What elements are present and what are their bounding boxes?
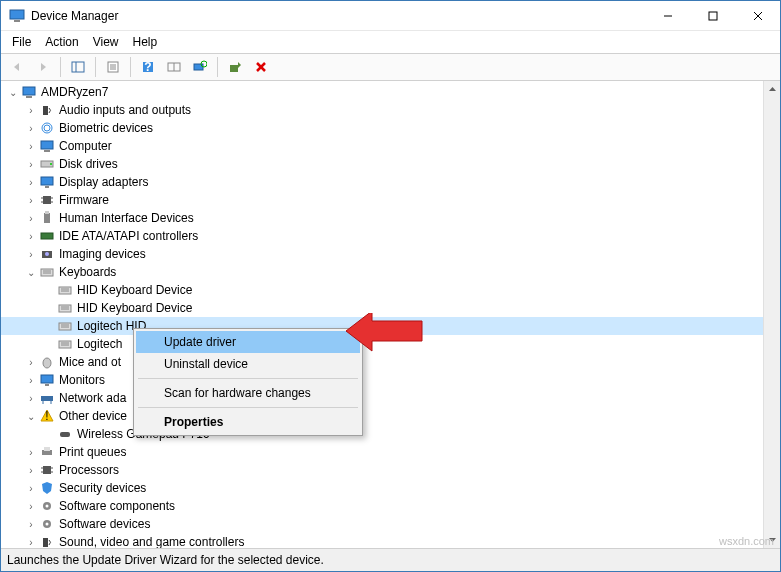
tree-category[interactable]: ›Print queues bbox=[1, 443, 763, 461]
statusbar-text: Launches the Update Driver Wizard for th… bbox=[7, 553, 324, 567]
tree-category[interactable]: ›Processors bbox=[1, 461, 763, 479]
menu-view[interactable]: View bbox=[86, 33, 126, 51]
maximize-button[interactable] bbox=[690, 1, 735, 30]
tree-item-label: Security devices bbox=[59, 481, 146, 495]
ctx-update-driver[interactable]: Update driver bbox=[136, 331, 360, 353]
expand-toggle-icon[interactable]: › bbox=[23, 393, 39, 404]
svg-rect-76 bbox=[43, 538, 48, 547]
properties-button[interactable] bbox=[101, 56, 125, 78]
device-tree[interactable]: ⌄AMDRyzen7›Audio inputs and outputs›Biom… bbox=[1, 81, 763, 548]
expand-toggle-icon[interactable]: ⌄ bbox=[23, 267, 39, 278]
tree-category-other[interactable]: ⌄!Other device bbox=[1, 407, 763, 425]
speaker-icon bbox=[39, 102, 55, 118]
scan-hardware-button[interactable] bbox=[188, 56, 212, 78]
tree-device-keyboard[interactable]: HID Keyboard Device bbox=[1, 299, 763, 317]
tree-category[interactable]: ›Software components bbox=[1, 497, 763, 515]
expand-toggle-icon[interactable]: › bbox=[23, 123, 39, 134]
expand-toggle-icon[interactable]: › bbox=[23, 537, 39, 548]
tree-category[interactable]: ›IDE ATA/ATAPI controllers bbox=[1, 227, 763, 245]
expand-toggle-icon[interactable]: › bbox=[23, 249, 39, 260]
uninstall-button[interactable] bbox=[249, 56, 273, 78]
tree-device-gamepad[interactable]: Wireless Gamepad F710 bbox=[1, 425, 763, 443]
expand-toggle-icon[interactable]: › bbox=[23, 195, 39, 206]
tree-category[interactable]: ›Network ada bbox=[1, 389, 763, 407]
chip-icon bbox=[39, 462, 55, 478]
ctx-scan-hardware[interactable]: Scan for hardware changes bbox=[136, 382, 360, 404]
tree-category[interactable]: ›Sound, video and game controllers bbox=[1, 533, 763, 548]
tree-item-label: Disk drives bbox=[59, 157, 118, 171]
svg-point-57 bbox=[43, 358, 51, 368]
mouse-icon bbox=[39, 354, 55, 370]
svg-text:?: ? bbox=[144, 60, 151, 74]
svg-point-75 bbox=[46, 523, 49, 526]
menu-action[interactable]: Action bbox=[38, 33, 85, 51]
expand-toggle-icon[interactable]: ⌄ bbox=[23, 411, 39, 422]
content-area: ⌄AMDRyzen7›Audio inputs and outputs›Biom… bbox=[1, 81, 780, 549]
expand-toggle-icon[interactable]: › bbox=[23, 357, 39, 368]
help-button[interactable]: ? bbox=[136, 56, 160, 78]
tree-category[interactable]: ›Security devices bbox=[1, 479, 763, 497]
tree-item-label: Firmware bbox=[59, 193, 109, 207]
window-title: Device Manager bbox=[31, 9, 645, 23]
expand-toggle-icon[interactable]: › bbox=[23, 447, 39, 458]
menu-file[interactable]: File bbox=[5, 33, 38, 51]
expand-toggle-icon[interactable]: › bbox=[23, 501, 39, 512]
tree-category[interactable]: ›Software devices bbox=[1, 515, 763, 533]
svg-rect-31 bbox=[45, 186, 49, 188]
show-hide-console-button[interactable] bbox=[66, 56, 90, 78]
expand-toggle-icon[interactable]: › bbox=[23, 177, 39, 188]
tree-category[interactable]: ›Computer bbox=[1, 137, 763, 155]
tree-device-keyboard[interactable]: Logitech HID bbox=[1, 317, 763, 335]
tree-category[interactable]: ›Imaging devices bbox=[1, 245, 763, 263]
keyboard-icon bbox=[57, 318, 73, 334]
titlebar: Device Manager bbox=[1, 1, 780, 31]
svg-rect-64 bbox=[60, 432, 70, 437]
expand-toggle-icon[interactable]: › bbox=[23, 105, 39, 116]
expand-toggle-icon[interactable]: › bbox=[23, 483, 39, 494]
menu-help[interactable]: Help bbox=[126, 33, 165, 51]
tree-item-label: Biometric devices bbox=[59, 121, 153, 135]
keyboard-icon bbox=[57, 300, 73, 316]
tree-item-label: Monitors bbox=[59, 373, 105, 387]
tree-device-keyboard[interactable]: Logitech bbox=[1, 335, 763, 353]
tree-root[interactable]: ⌄AMDRyzen7 bbox=[1, 83, 763, 101]
tree-category[interactable]: ›Monitors bbox=[1, 371, 763, 389]
scroll-up-icon[interactable] bbox=[764, 81, 780, 98]
tree-category[interactable]: ›Audio inputs and outputs bbox=[1, 101, 763, 119]
expand-toggle-icon[interactable]: › bbox=[23, 159, 39, 170]
tree-category[interactable]: ›Firmware bbox=[1, 191, 763, 209]
expand-toggle-icon[interactable]: › bbox=[23, 465, 39, 476]
expand-toggle-icon[interactable]: › bbox=[23, 231, 39, 242]
tree-category-keyboards[interactable]: ⌄Keyboards bbox=[1, 263, 763, 281]
tree-category[interactable]: ›Disk drives bbox=[1, 155, 763, 173]
expand-toggle-icon[interactable]: ⌄ bbox=[5, 87, 21, 98]
scroll-down-icon[interactable] bbox=[764, 531, 780, 548]
svg-rect-22 bbox=[26, 96, 32, 98]
svg-rect-30 bbox=[41, 177, 53, 185]
tree-item-label: Human Interface Devices bbox=[59, 211, 194, 225]
tree-category[interactable]: ›Human Interface Devices bbox=[1, 209, 763, 227]
tree-item-label: Mice and ot bbox=[59, 355, 121, 369]
gear-icon bbox=[39, 516, 55, 532]
computer-icon bbox=[39, 138, 55, 154]
expand-toggle-icon[interactable]: › bbox=[23, 375, 39, 386]
tree-device-keyboard[interactable]: HID Keyboard Device bbox=[1, 281, 763, 299]
expand-toggle-icon[interactable]: › bbox=[23, 519, 39, 530]
update-driver-button[interactable] bbox=[223, 56, 247, 78]
svg-rect-26 bbox=[41, 141, 53, 149]
forward-button[interactable] bbox=[31, 56, 55, 78]
ctx-properties[interactable]: Properties bbox=[136, 411, 360, 433]
close-button[interactable] bbox=[735, 1, 780, 30]
minimize-button[interactable] bbox=[645, 1, 690, 30]
expand-toggle-icon[interactable]: › bbox=[23, 213, 39, 224]
svg-point-29 bbox=[50, 163, 52, 165]
ctx-uninstall-device[interactable]: Uninstall device bbox=[136, 353, 360, 375]
vertical-scrollbar[interactable] bbox=[763, 81, 780, 548]
tree-category[interactable]: ›Biometric devices bbox=[1, 119, 763, 137]
toolbar-button-5[interactable] bbox=[162, 56, 186, 78]
tree-category[interactable]: ›Mice and ot bbox=[1, 353, 763, 371]
tree-category[interactable]: ›Display adapters bbox=[1, 173, 763, 191]
back-button[interactable] bbox=[5, 56, 29, 78]
toolbar: ? bbox=[1, 53, 780, 81]
expand-toggle-icon[interactable]: › bbox=[23, 141, 39, 152]
